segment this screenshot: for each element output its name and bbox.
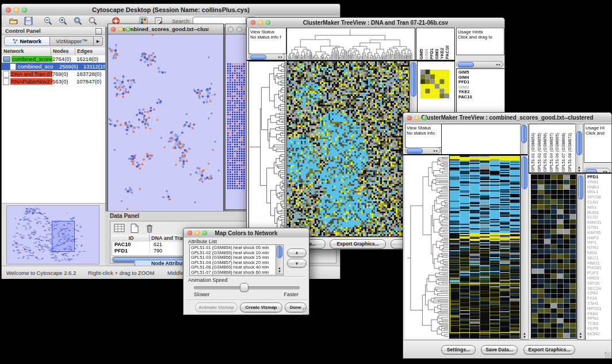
animate-vizmap-button[interactable]: Animate Vizmap (195, 302, 238, 312)
treeview1-row-dendrogram[interactable] (248, 61, 285, 238)
treeview1-heatmap-canvas[interactable] (286, 61, 410, 237)
treeview2-column-dendrogram[interactable] (441, 124, 521, 155)
column-label[interactable]: PAC10 (445, 45, 450, 59)
trash-icon[interactable] (144, 223, 155, 233)
save-data-button[interactable]: Save Data... (481, 345, 518, 354)
create-vizmap-button[interactable]: Create Vizmap (240, 302, 282, 312)
zoom-matrix-canvas[interactable] (420, 70, 449, 98)
col-edges[interactable]: Edges (75, 48, 105, 55)
treeview1-title-bar[interactable]: ClusterMaker TreeView : DNA and Tran 07-… (247, 18, 504, 28)
column-label[interactable]: GIM3 (434, 49, 439, 59)
gene-label[interactable]: MON2 (587, 332, 611, 337)
tab-vizmapper[interactable]: VizMapper™ (50, 36, 94, 46)
column-label[interactable]: GPL51-02 (GSM855) (537, 133, 542, 172)
attribute-item[interactable]: GPL51-07 (GSM868) heat shock 60 min (191, 270, 283, 275)
map-dialog-window-controls[interactable] (188, 231, 207, 235)
network-view-window-controls[interactable] (111, 27, 131, 32)
network-row[interactable]: combined_scores_2764(0)16218(0) (2, 55, 105, 63)
treeview2-labels-vscrollbar[interactable]: ▲▼ (575, 124, 583, 174)
treeview1-window-controls[interactable] (251, 20, 270, 25)
gene-label[interactable]: PAC10 (458, 95, 504, 100)
move-down-button[interactable]: ∨ (287, 259, 307, 267)
column-label[interactable]: GPL51-06 (GSM865) (554, 133, 560, 172)
desktop: Cytoscape Desktop (Session Name: collins… (0, 0, 612, 364)
column-label[interactable]: GPL51-07 (GSM868) (561, 133, 566, 172)
treeview2-zoom-vscrollbar[interactable]: ▲▼ (577, 174, 584, 340)
network-view-2-title-bar[interactable] (225, 24, 247, 35)
zoom-fit-icon[interactable] (73, 16, 83, 26)
save-icon[interactable] (24, 16, 33, 26)
column-label[interactable]: PFD1 (429, 48, 434, 59)
row-value: 790 (150, 248, 162, 254)
zoom-in-icon[interactable] (58, 16, 68, 26)
vscroll-thumb[interactable] (521, 125, 527, 143)
tab-overflow-button[interactable]: ▶ (94, 36, 103, 46)
main-title-bar[interactable]: Cytoscape Desktop (Session Name: collins… (2, 4, 340, 16)
column-label[interactable]: YKE2 (439, 48, 445, 59)
vscroll-arrows-icon[interactable]: ▲▼ (577, 332, 584, 339)
network-row[interactable]: RNAPuberNov2+563(0)107847(0) (2, 78, 105, 85)
attribute-list-vscrollbar[interactable]: ▲▼ (276, 245, 283, 274)
toolbar-grip[interactable] (3, 17, 5, 25)
treeview2-topdendro-vscrollbar[interactable] (520, 124, 528, 155)
resize-grip[interactable] (303, 308, 309, 315)
treeview2-title-bar[interactable]: ClusterMaker TreeView : combined_scores_… (403, 113, 611, 123)
slider-thumb[interactable] (240, 283, 248, 292)
vscroll-thumb[interactable] (578, 175, 583, 200)
open-folder-icon[interactable] (9, 16, 18, 26)
settings-button[interactable]: Settings... (441, 345, 476, 354)
scroll-arrows-icon[interactable]: ◂▸ (278, 54, 284, 60)
treeview1-hints-scrollbar[interactable]: ◂▸ (456, 61, 503, 68)
overview-viewport-rect[interactable] (52, 221, 75, 252)
vscroll-thumb[interactable] (411, 62, 416, 97)
col-nodes[interactable]: Nodes (51, 48, 75, 55)
vscroll-thumb[interactable] (522, 156, 527, 189)
tab-network[interactable]: Network (4, 36, 50, 46)
vscroll-arrows-icon[interactable]: ▲▼ (521, 332, 528, 339)
network-overview-panel[interactable] (6, 205, 100, 265)
network-row[interactable]: combined_sco2569(6)13112(15) (2, 63, 105, 70)
column-label[interactable]: GIM5 (419, 49, 424, 59)
scroll-thumb[interactable] (407, 148, 423, 154)
window-controls[interactable] (6, 7, 27, 13)
resize-grip[interactable] (605, 352, 611, 358)
zoom-out-icon[interactable] (43, 16, 53, 26)
export-graphics-button[interactable]: Export Graphics... (523, 345, 575, 354)
scroll-thumb[interactable] (250, 55, 266, 60)
scroll-arrows-icon[interactable]: ◂▸ (433, 148, 439, 154)
treeview1-column-dendrogram[interactable] (286, 28, 415, 61)
column-label[interactable]: GPL51-04 (GSM857) (549, 133, 554, 172)
zoom-actual-icon[interactable] (88, 16, 98, 26)
new-document-icon[interactable] (129, 223, 140, 233)
export-graphics-button[interactable]: Export Graphics... (330, 239, 386, 248)
view-status-text: No status info f (250, 35, 286, 40)
vscroll-thumb[interactable] (576, 131, 582, 155)
scroll-arrows-icon[interactable]: ◂▸ (496, 62, 502, 67)
dense-network-canvas[interactable] (227, 62, 246, 192)
treeview2-heatmap-vscrollbar[interactable]: ▲▼ (521, 155, 529, 340)
network-row[interactable]: DNA and Tran 07769(0)183728(0) (2, 70, 105, 78)
move-up-button[interactable]: ∧ (287, 248, 307, 257)
column-label[interactable]: GPL51-08 (GSM872) (567, 133, 572, 172)
treeview2-zoom-heatmap-canvas[interactable] (531, 174, 577, 339)
treeview2-heatmap-canvas[interactable] (449, 155, 521, 339)
scroll-thumb[interactable] (458, 62, 474, 67)
attribute-select-icon[interactable] (114, 223, 125, 233)
col-network[interactable]: Network (2, 48, 51, 55)
gene-list: PFD1YRA1RNR4MSL1SPC98CLN1NIS1BUD4ELG1MAK… (587, 175, 611, 337)
treeview2-status-scrollbar[interactable]: ◂▸ (405, 147, 441, 154)
network-view-title-bar[interactable]: combined_scores_good.txt--cluste... (108, 24, 223, 35)
undock-panel-icon[interactable] (95, 28, 102, 35)
vscroll-thumb[interactable] (277, 246, 282, 258)
attribute-listbox[interactable]: GPL51-01 (GSM854) heat shock 05 minGPL51… (189, 244, 284, 275)
vscroll-arrows-icon[interactable]: ▲▼ (576, 166, 583, 173)
network-view-window: combined_scores_good.txt--cluste... (108, 24, 224, 212)
column-label[interactable]: GIM4 (424, 49, 429, 59)
vscroll-arrows-icon[interactable]: ▲▼ (276, 266, 283, 273)
network-canvas[interactable] (109, 35, 221, 210)
column-label[interactable]: GPL51-03 (GSM856) (542, 133, 548, 172)
treeview2-window-controls[interactable] (407, 116, 427, 120)
map-dialog-title-bar[interactable]: Map Colors to Network (183, 228, 309, 238)
column-label[interactable]: GPL51-01 (GSM854) (530, 133, 536, 172)
treeview2-row-dendrogram[interactable] (405, 155, 448, 339)
